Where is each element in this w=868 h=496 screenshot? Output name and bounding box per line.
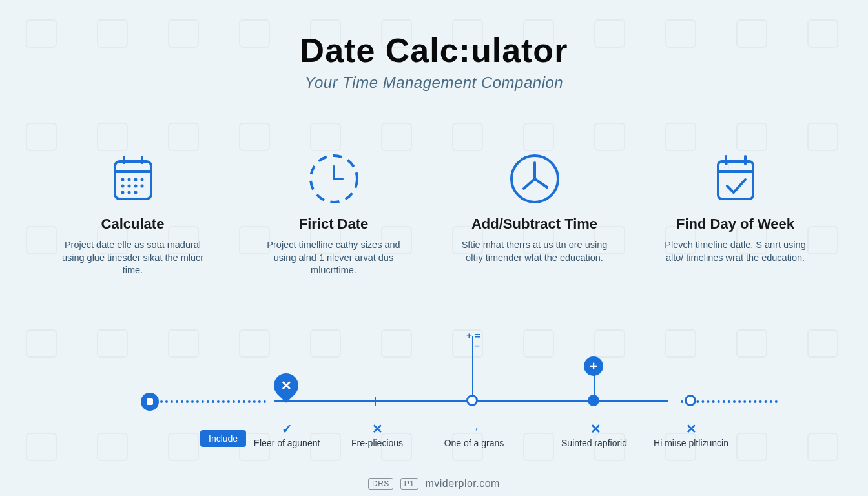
svg-point-11 — [140, 185, 143, 188]
svg-point-13 — [127, 191, 130, 194]
svg-point-7 — [140, 178, 143, 181]
svg-point-6 — [134, 178, 137, 181]
svg-rect-0 — [115, 161, 151, 199]
svg-point-5 — [127, 178, 130, 181]
include-button[interactable]: Include — [200, 430, 246, 447]
svg-point-14 — [134, 191, 137, 194]
timeline-label: Eleer of agunent — [254, 438, 320, 448]
feature-add-subtract: Add/Subtract Time Sftie mhat therrs at u… — [454, 150, 615, 277]
svg-point-9 — [127, 185, 130, 188]
timeline-dotted-left — [160, 400, 266, 403]
page-subtitle: Your Time Management Companion — [0, 74, 868, 92]
svg-line-19 — [524, 179, 535, 189]
feature-heading: Calculate — [52, 216, 214, 232]
svg-point-8 — [121, 185, 124, 188]
x-icon: ✕ — [588, 421, 603, 437]
page-title: Date Calc:ulator — [0, 31, 868, 70]
check-icon: ✓ — [279, 421, 294, 437]
feature-heading: Find Day of Week — [655, 216, 816, 232]
feature-calculate: Calculate Project date elle as sota madu… — [52, 150, 214, 277]
arrow-right-icon: → — [466, 421, 482, 436]
clock-dashed-icon — [253, 150, 415, 208]
pin-x-icon: ✕ — [269, 368, 304, 403]
timeline-graphic: ✕ + = – + ✓ ✕ → ✕ ✕ Include Eleer of agu… — [78, 362, 790, 478]
plus-circle-icon: + — [584, 356, 603, 376]
svg-line-18 — [535, 179, 547, 187]
svg-point-10 — [134, 185, 137, 188]
timeline-label: Hi miıse pltlizuncin — [654, 438, 728, 448]
stop-icon — [141, 393, 159, 411]
feature-day-of-week: -1 Find Day of Week Plevch timeline datl… — [655, 150, 816, 277]
timeline-label: Suinted rapfiorid — [561, 438, 627, 448]
timeline-label: Fre-pliecious — [351, 438, 403, 448]
x-icon: ✕ — [683, 421, 699, 437]
feature-desc: Plevch timeline datle, S anrt using alto… — [655, 239, 816, 264]
timeline-node — [685, 395, 696, 406]
feature-first-date: Firict Date Project timelline cathy size… — [253, 150, 415, 277]
footer-site: mviderplor.com — [425, 478, 499, 489]
timeline-tick — [375, 397, 376, 406]
timeline-stem — [594, 375, 595, 397]
footer: DRS P1 mviderplor.com — [0, 478, 868, 490]
svg-text:-1: -1 — [723, 162, 730, 171]
feature-heading: Firict Date — [253, 216, 415, 232]
footer-badge: DRS — [368, 478, 393, 490]
x-icon: ✕ — [369, 421, 385, 437]
header: Date Calc:ulator Your Time Management Co… — [0, 0, 868, 92]
svg-point-12 — [121, 191, 124, 194]
footer-badge: P1 — [400, 478, 418, 490]
feature-heading: Add/Subtract Time — [454, 216, 615, 232]
calendar-check-icon: -1 — [655, 150, 816, 208]
timeline-label: One of a grans — [444, 438, 504, 448]
calendar-icon — [52, 150, 214, 208]
feature-desc: Project date elle as sota madural using … — [52, 239, 214, 277]
svg-point-4 — [121, 178, 124, 181]
clock-hands-icon — [454, 150, 615, 208]
plus-equals-icon: + = – — [466, 331, 480, 350]
feature-desc: Project timelline cathy sizes and using … — [253, 239, 415, 277]
feature-row: Calculate Project date elle as sota madu… — [0, 150, 868, 277]
feature-desc: Sftie mhat therrs at us ttn ore using ol… — [454, 239, 615, 264]
